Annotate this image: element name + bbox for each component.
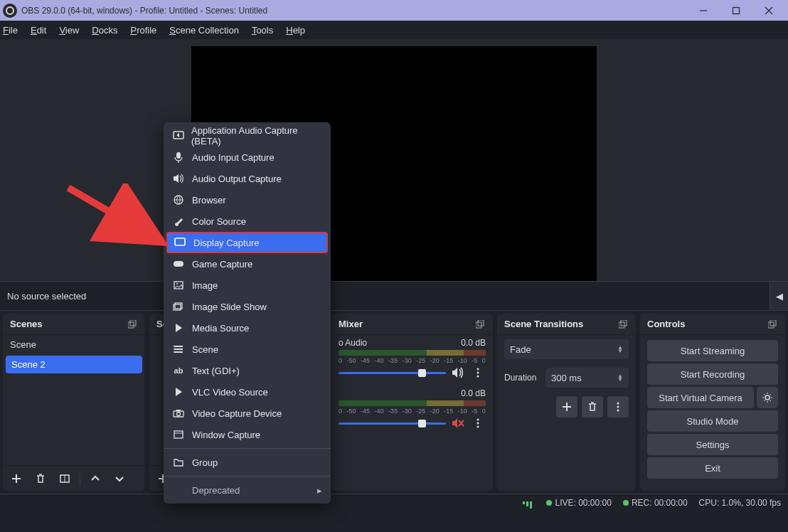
transition-select[interactable]: Fade▲▼ [504,339,629,359]
settings-button[interactable]: Settings [647,434,778,455]
svg-point-25 [477,422,479,425]
transition-remove-button[interactable] [582,396,603,417]
scene-item[interactable]: Scene [3,335,145,354]
status-rec-dot-icon [623,500,629,506]
scene-remove-button[interactable] [30,468,51,489]
volume-slider[interactable] [339,422,446,425]
virtual-camera-settings-button[interactable] [757,387,778,408]
window-titlebar: OBS 29.0.0 (64-bit, windows) - Profile: … [0,0,788,21]
slideshow-icon [172,302,185,311]
audio-meter [339,350,486,356]
mixer-popout-icon[interactable] [474,319,486,330]
cm-item-audio-output[interactable]: Audio Output Capture [164,168,331,189]
window-title: OBS 29.0.0 (64-bit, windows) - Profile: … [21,6,267,16]
svg-point-51 [174,351,175,353]
cm-item-text-gdi[interactable]: abText (GDI+) [164,360,331,381]
cm-item-deprecated[interactable]: Deprecated▸ [164,479,331,501]
transition-more-button[interactable] [607,396,629,417]
play-icon [172,323,185,333]
globe-icon [172,195,185,205]
menubar: File Edit View Docks Profile Scene Colle… [0,21,788,39]
svg-rect-34 [768,322,774,328]
menu-help[interactable]: Help [286,25,305,36]
menu-scene-collection[interactable]: Scene Collection [169,25,239,36]
mixer-channel-desktop-audio: o Audio0.0 dB 0-50-45-40-35-30-25-20-15-… [331,335,493,381]
transitions-popout-icon[interactable] [617,319,629,330]
start-streaming-button[interactable]: Start Streaming [647,340,778,361]
scenes-popout-icon[interactable] [127,319,138,330]
menu-view[interactable]: View [59,25,79,36]
scene-item-selected[interactable]: Scene 2 [6,356,142,373]
menu-docks[interactable]: Docks [92,25,117,36]
scene-transitions-dock: Scene Transitions Fade▲▼ Duration 300 ms… [497,314,636,491]
menu-profile[interactable]: Profile [130,25,156,36]
cm-item-image-slideshow[interactable]: Image Slide Show [164,296,331,317]
preview-area [0,39,788,281]
cm-item-audio-input[interactable]: Audio Input Capture [164,147,331,168]
folder-icon [172,458,185,467]
duration-input[interactable]: 300 ms▲▼ [545,368,629,388]
svg-rect-54 [176,410,181,411]
monitor-icon [174,238,186,248]
channel-name: o Audio [339,338,367,348]
svg-point-53 [177,413,181,416]
cm-item-vlc-source[interactable]: VLC Video Source [164,381,331,403]
scene-move-down-button[interactable] [109,468,130,489]
cm-item-app-audio[interactable]: Application Audio Capture (BETA) [164,125,331,147]
cm-item-media-source[interactable]: Media Source [164,317,331,339]
svg-rect-55 [174,431,183,438]
svg-rect-27 [619,322,624,328]
cm-item-image[interactable]: Image [164,275,331,296]
scene-filter-button[interactable] [54,468,75,489]
audio-mixer-dock: Mixer o Audio0.0 dB 0-50-45-40-35-30-25-… [331,314,493,491]
controls-dock: Controls Start Streaming Start Recording… [640,314,785,491]
svg-rect-18 [478,320,484,326]
cm-item-color-source[interactable]: Color Source [164,211,331,232]
svg-rect-40 [175,238,185,245]
cm-item-window-capture[interactable]: Window Capture [164,424,331,445]
start-recording-button[interactable]: Start Recording [647,363,778,385]
cm-item-game-capture[interactable]: Game Capture [164,253,331,275]
controls-popout-icon[interactable] [767,319,778,330]
volume-slider[interactable] [339,372,446,374]
svg-point-32 [617,406,619,408]
status-network-icon [523,496,535,509]
status-bar: LIVE: 00:00:00 REC: 00:00:00 CPU: 1.0%, … [0,494,788,511]
start-virtual-camera-button[interactable]: Start Virtual Camera [647,387,754,408]
play-icon [172,387,185,397]
channel-more-button[interactable] [470,417,486,429]
no-source-selected-label: No source selected [7,291,86,302]
window-minimize-button[interactable] [687,0,720,21]
window-maximize-button[interactable] [720,0,752,21]
properties-collapse-button[interactable]: ◀ [770,282,788,310]
channel-more-button[interactable] [470,367,486,378]
menu-edit[interactable]: Edit [31,25,46,36]
cm-item-video-capture[interactable]: Video Capture Device [164,403,331,424]
cm-item-scene[interactable]: Scene [164,339,331,360]
window-close-button[interactable] [752,0,785,21]
cm-item-group[interactable]: Group [164,452,331,473]
speaker-icon[interactable] [452,367,464,378]
menu-file[interactable]: File [3,25,18,36]
status-rec: REC: 00:00:00 [632,498,688,508]
status-live-dot-icon [546,500,552,506]
cm-item-display-capture[interactable]: Display Capture [166,232,328,253]
scenes-dock: Scenes Scene Scene 2 [3,314,145,491]
channel-db: 0.0 dB [461,388,486,398]
svg-rect-28 [621,320,627,326]
mixer-title: Mixer [339,319,363,329]
scene-add-button[interactable] [6,468,27,489]
speaker-muted-icon[interactable] [452,417,464,429]
svg-rect-5 [130,320,136,326]
scene-move-up-button[interactable] [85,468,106,489]
svg-point-19 [477,368,479,371]
studio-mode-button[interactable]: Studio Mode [647,410,778,432]
menu-tools[interactable]: Tools [252,25,273,36]
cm-item-browser[interactable]: Browser [164,189,331,211]
svg-point-49 [174,346,175,347]
exit-button[interactable]: Exit [647,457,778,479]
transition-add-button[interactable] [556,396,577,417]
svg-point-24 [477,419,479,421]
svg-point-33 [617,410,619,412]
image-icon [172,281,185,289]
